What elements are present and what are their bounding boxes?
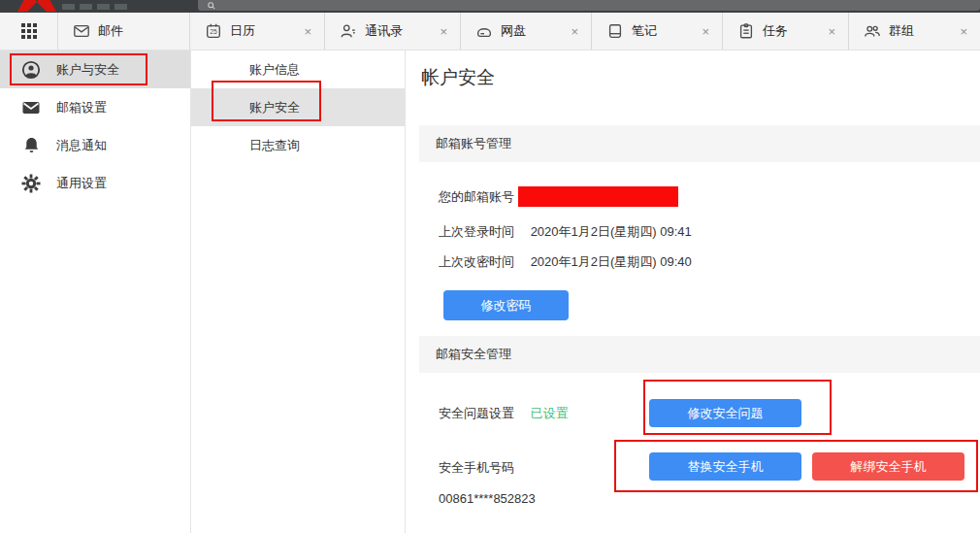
search-icon: [208, 2, 215, 10]
general-settings-icon: [21, 174, 41, 193]
mailbox-settings-icon: [21, 98, 41, 117]
tab-close-icon[interactable]: ×: [702, 25, 709, 38]
change-password-button[interactable]: 修改密码: [443, 290, 569, 320]
sidebar-item-account-security[interactable]: 账户与安全: [0, 50, 190, 88]
brand-logo: [16, 0, 58, 12]
brand-wordmark: [62, 4, 130, 10]
svg-text:25: 25: [210, 28, 217, 35]
tab-label: 日历: [230, 22, 255, 40]
mail-icon: [73, 22, 90, 40]
contacts-icon: [340, 22, 357, 40]
tab-label: 网盘: [501, 22, 526, 40]
notes-icon: [606, 22, 624, 40]
tab-label: 通讯录: [365, 22, 403, 40]
submenu-item-account-info[interactable]: 账户信息: [191, 50, 405, 88]
tab-close-icon[interactable]: ×: [828, 25, 835, 38]
drive-icon: [475, 22, 493, 40]
security-submenu: 账户信息 账户安全 日志查询: [191, 50, 406, 533]
last-password-change-row: 上次改密时间 2020年1月2日(星期四) 09:40: [439, 252, 692, 272]
sidebar-item-general-settings[interactable]: 通用设置: [0, 164, 190, 202]
calendar-icon: 25: [205, 22, 222, 40]
security-phone-value: 00861****852823: [439, 489, 536, 509]
section-header-security-management: 邮箱安全管理: [419, 336, 980, 373]
security-question-row: 安全问题设置 已设置: [439, 404, 569, 423]
tab-close-icon[interactable]: ×: [960, 25, 967, 38]
sidebar-item-mailbox-settings[interactable]: 邮箱设置: [0, 88, 190, 126]
page-title: 帐户安全: [421, 65, 495, 90]
tab-notes[interactable]: 笔记 ×: [592, 13, 723, 50]
tab-close-icon[interactable]: ×: [304, 25, 311, 38]
tab-label: 任务: [763, 22, 788, 40]
groups-icon: [864, 22, 881, 40]
last-password-change-value: 2020年1月2日(星期四) 09:40: [531, 254, 692, 269]
tab-calendar[interactable]: 25 日历 ×: [190, 13, 325, 50]
security-question-status: 已设置: [531, 406, 569, 420]
sidebar-item-label: 邮箱设置: [56, 99, 107, 117]
last-login-value: 2020年1月2日(星期四) 09:41: [531, 224, 692, 239]
notifications-icon: [21, 136, 41, 155]
account-security-icon: [21, 60, 41, 80]
security-phone-row: 安全手机号码: [439, 458, 514, 478]
replace-security-phone-button[interactable]: 替换安全手机: [649, 452, 801, 481]
tab-label: 群组: [889, 22, 914, 40]
app-grid-button[interactable]: [0, 13, 58, 50]
last-login-label: 上次登录时间: [439, 224, 514, 239]
submenu-item-log-query[interactable]: 日志查询: [191, 126, 405, 164]
last-password-change-label: 上次改密时间: [439, 254, 514, 269]
mail-settings-window: 邮件 25 日历 × 通讯录 ×: [0, 0, 980, 533]
unbind-security-phone-button[interactable]: 解绑安全手机: [812, 452, 964, 481]
last-login-row: 上次登录时间 2020年1月2日(星期四) 09:41: [439, 222, 692, 242]
tab-close-icon[interactable]: ×: [440, 25, 447, 38]
account-label: 您的邮箱账号: [439, 189, 514, 204]
tab-label: 邮件: [98, 22, 123, 40]
security-phone-label: 安全手机号码: [439, 460, 514, 475]
redacted-account-value: [518, 186, 678, 207]
app-tabbar: 邮件 25 日历 × 通讯录 ×: [0, 13, 980, 50]
sidebar-item-label: 账户与安全: [56, 61, 119, 79]
sidebar-item-label: 通用设置: [56, 175, 107, 192]
tab-mail[interactable]: 邮件: [58, 13, 190, 50]
top-header-bar: [0, 0, 980, 13]
tab-drive[interactable]: 网盘 ×: [461, 13, 592, 50]
modify-security-question-button[interactable]: 修改安全问题: [649, 399, 801, 427]
tasks-icon: [737, 22, 755, 40]
account-row: 您的邮箱账号: [439, 187, 527, 207]
tab-label: 笔记: [632, 22, 657, 40]
grid-icon: [20, 22, 38, 40]
account-security-panel: 帐户安全 邮箱账号管理 您的邮箱账号 上次登录时间 2020年1月2日(星期四)…: [406, 50, 980, 533]
tab-tasks[interactable]: 任务 ×: [723, 13, 849, 50]
settings-sidebar: 账户与安全 邮箱设置 消息通知: [0, 50, 191, 533]
sidebar-item-notifications[interactable]: 消息通知: [0, 126, 190, 164]
tab-close-icon[interactable]: ×: [571, 25, 578, 38]
section-header-account-management: 邮箱账号管理: [419, 125, 980, 162]
security-question-label: 安全问题设置: [439, 406, 514, 420]
header-search-bar[interactable]: [198, 0, 980, 11]
tab-groups[interactable]: 群组 ×: [849, 13, 980, 50]
sidebar-item-label: 消息通知: [56, 137, 107, 154]
submenu-item-account-security[interactable]: 账户安全: [191, 88, 405, 126]
tab-contacts[interactable]: 通讯录 ×: [325, 13, 461, 50]
